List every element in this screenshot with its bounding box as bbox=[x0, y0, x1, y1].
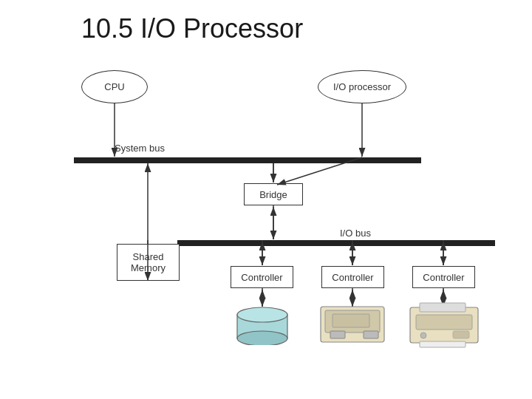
controller3-node: Controller bbox=[412, 266, 475, 288]
io-processor-node: I/O processor bbox=[318, 70, 406, 103]
disk-drive-icon bbox=[319, 303, 386, 346]
svg-point-24 bbox=[237, 307, 287, 322]
svg-rect-35 bbox=[453, 331, 469, 338]
system-bus-label: System bus bbox=[115, 143, 165, 154]
cpu-node: CPU bbox=[81, 70, 148, 103]
svg-rect-28 bbox=[330, 331, 345, 338]
system-bus bbox=[74, 157, 421, 163]
svg-rect-33 bbox=[420, 341, 466, 347]
shared-memory-node: Shared Memory bbox=[117, 244, 180, 281]
io-bus-label: I/O bus bbox=[340, 228, 371, 239]
svg-rect-30 bbox=[332, 314, 369, 327]
diagram-container: 10.5 I/O Processor CPU I/O processor Sys… bbox=[0, 0, 532, 399]
svg-rect-34 bbox=[416, 315, 472, 330]
svg-point-36 bbox=[420, 332, 426, 338]
controller2-node: Controller bbox=[321, 266, 384, 288]
io-bus bbox=[177, 240, 495, 246]
svg-rect-32 bbox=[420, 303, 466, 312]
page-title: 10.5 I/O Processor bbox=[81, 13, 303, 44]
svg-rect-29 bbox=[364, 331, 378, 338]
controller1-node: Controller bbox=[231, 266, 293, 288]
disk-icon bbox=[234, 304, 290, 345]
svg-point-25 bbox=[237, 331, 287, 345]
printer-icon bbox=[409, 301, 480, 349]
bridge-node: Bridge bbox=[244, 183, 303, 205]
